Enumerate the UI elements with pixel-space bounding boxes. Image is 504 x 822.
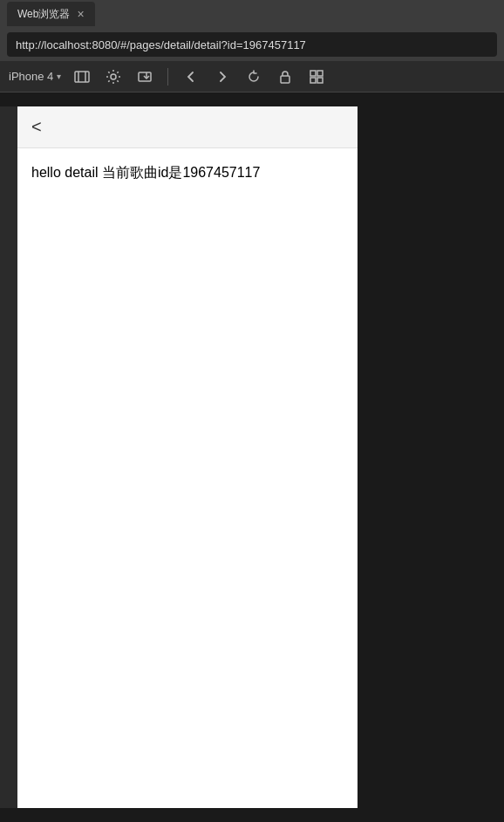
active-tab[interactable]: Web浏览器 × — [7, 2, 95, 26]
detail-text: hello detail 当前歌曲id是1967457117 — [31, 162, 344, 183]
separator — [167, 68, 168, 86]
dropdown-arrow-icon: ▾ — [57, 72, 61, 81]
content-area: < hello detail 当前歌曲id是1967457117 — [0, 92, 504, 822]
back-button[interactable]: < — [31, 117, 42, 137]
tab-close-button[interactable]: × — [77, 8, 84, 20]
svg-rect-6 — [317, 71, 323, 76]
svg-rect-0 — [75, 72, 89, 82]
page-header: < — [17, 106, 358, 148]
responsive-icon[interactable] — [72, 66, 92, 87]
browser-window: Web浏览器 × iPhone 4 ▾ — [0, 0, 504, 822]
tab-title: Web浏览器 — [17, 7, 70, 22]
svg-point-1 — [111, 74, 116, 79]
device-selector[interactable]: iPhone 4 ▾ — [9, 70, 61, 83]
page-content: hello detail 当前歌曲id是1967457117 — [17, 148, 358, 808]
address-bar — [0, 28, 504, 61]
forward-nav-icon[interactable] — [212, 66, 233, 87]
reload-icon[interactable] — [243, 66, 264, 87]
device-toolbar: iPhone 4 ▾ — [0, 61, 504, 92]
left-sidebar — [0, 106, 17, 808]
device-name: iPhone 4 — [9, 70, 53, 83]
svg-rect-4 — [281, 76, 289, 83]
tab-bar: Web浏览器 × — [0, 0, 504, 28]
address-input[interactable] — [7, 32, 497, 57]
lock-icon[interactable] — [275, 66, 296, 87]
svg-rect-7 — [310, 78, 316, 83]
screenshot-icon[interactable] — [134, 66, 155, 87]
right-area — [358, 106, 504, 808]
svg-rect-8 — [317, 78, 323, 83]
grid-icon[interactable] — [306, 66, 327, 87]
svg-rect-5 — [310, 71, 316, 76]
settings-icon[interactable] — [103, 66, 124, 87]
phone-viewport: < hello detail 当前歌曲id是1967457117 — [17, 106, 358, 808]
back-nav-icon[interactable] — [180, 66, 201, 87]
